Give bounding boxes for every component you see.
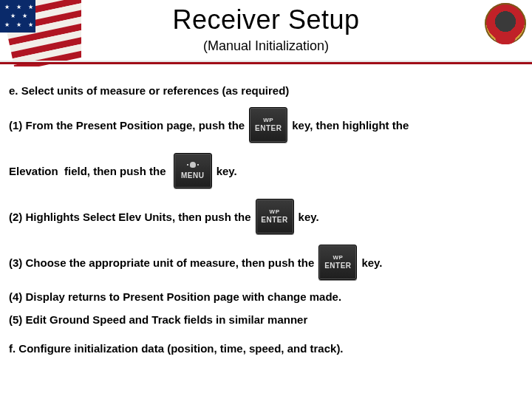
slide: ★ ★ ★ ★ ★ ★ ★ ★ Receiver Setup (Manual I… xyxy=(0,0,532,399)
key-main-label: ENTER xyxy=(261,216,287,224)
text: key. xyxy=(361,256,382,269)
key-top-label: WP xyxy=(263,117,273,123)
step-4-line: (4) Display returns to Present Position … xyxy=(9,290,519,303)
section-e-heading: e. Select units of measure or references… xyxy=(9,84,519,97)
text: key. xyxy=(216,165,237,177)
enter-key-icon: WP ENTER xyxy=(249,107,287,143)
step-2-line: (2) Highlights Select Elev Units, then p… xyxy=(9,199,519,234)
text: (1) From the Present Position page, push… xyxy=(9,119,245,132)
text: (4) Display returns to Present Position … xyxy=(9,290,341,303)
enter-key-icon: WP ENTER xyxy=(318,245,357,280)
menu-key-icon: MENU xyxy=(174,153,212,188)
text: key. xyxy=(299,211,319,223)
content-body: e. Select units of measure or references… xyxy=(9,74,519,365)
lightbulb-icon xyxy=(187,162,199,171)
text: e. Select units of measure or references… xyxy=(9,84,289,97)
text: f. Configure initialization data (positi… xyxy=(9,342,344,355)
key-main-label: MENU xyxy=(181,172,204,180)
step-5-line: (5) Edit Ground Speed and Track fields i… xyxy=(9,313,519,326)
page-title: Receiver Setup xyxy=(0,4,532,35)
step-1-cont-line: Elevation field, then push the MENU key. xyxy=(9,153,519,188)
section-f-heading: f. Configure initialization data (positi… xyxy=(9,342,519,355)
divider xyxy=(0,62,532,64)
text: (2) Highlights Select Elev Units, then p… xyxy=(9,211,251,223)
text: (5) Edit Ground Speed and Track fields i… xyxy=(9,313,307,326)
key-main-label: ENTER xyxy=(255,125,282,132)
page-subtitle: (Manual Initialization) xyxy=(0,38,532,54)
key-top-label: WP xyxy=(332,255,343,261)
step-3-line: (3) Choose the appropriate unit of measu… xyxy=(9,245,519,280)
text: Elevation field, then push the xyxy=(9,165,169,177)
text: (3) Choose the appropriate unit of measu… xyxy=(9,256,314,269)
step-1-line: (1) From the Present Position page, push… xyxy=(9,107,519,143)
key-main-label: ENTER xyxy=(324,262,351,270)
key-top-label: WP xyxy=(270,209,280,215)
enter-key-icon: WP ENTER xyxy=(256,199,294,234)
text: key, then highlight the xyxy=(292,119,409,132)
